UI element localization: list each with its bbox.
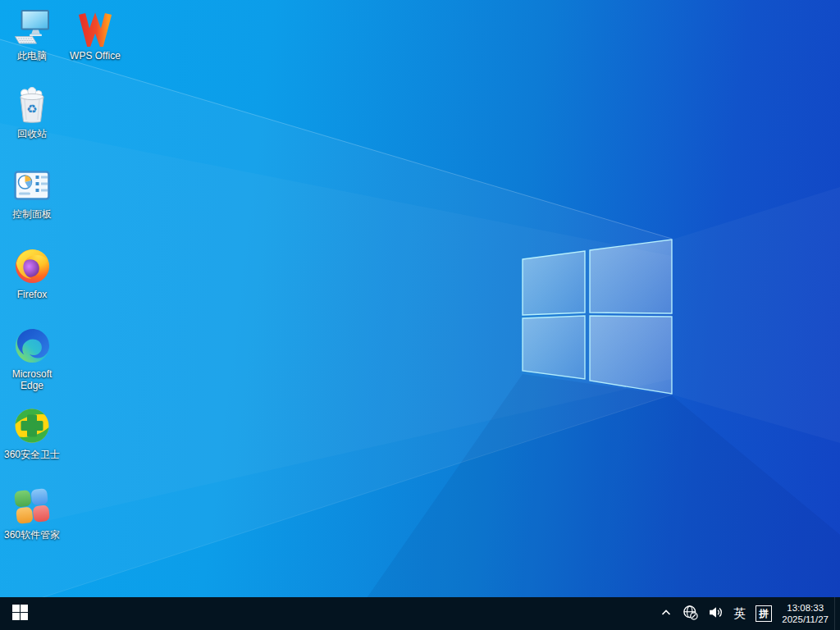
network-tray-button[interactable]	[678, 597, 702, 630]
clock-button[interactable]: 13:08:33 2025/11/27	[778, 597, 833, 630]
desktop-icon-label: 回收站	[17, 128, 47, 139]
desktop-icon-control-panel[interactable]: 控制面板	[1, 165, 63, 220]
360-software-manager-icon	[11, 486, 52, 527]
desktop-icon-label: 360软件管家	[4, 529, 60, 541]
clock-time: 13:08:33	[787, 602, 824, 614]
volume-tray-button[interactable]	[704, 597, 728, 630]
ime-language-button[interactable]: 英	[729, 597, 750, 630]
360-safety-guard-icon	[11, 405, 52, 446]
desktop-icon-label: 控制面板	[12, 208, 52, 220]
chevron-up-icon	[660, 606, 673, 622]
svg-text:♻: ♻	[26, 102, 37, 116]
desktop-icon-microsoft-edge[interactable]: Microsoft Edge	[1, 325, 63, 391]
desktop: 此电脑 WPS Office ♻ 回收站	[0, 0, 840, 630]
recycle-bin-icon: ♻	[11, 84, 52, 126]
clock-date: 2025/11/27	[782, 614, 829, 625]
taskbar: 英 拼 13:08:33 2025/11/27	[0, 597, 840, 630]
ime-language-label: 英	[733, 597, 746, 630]
this-pc-icon	[11, 7, 52, 48]
desktop-icon-360-software-manager[interactable]: 360软件管家	[1, 486, 63, 541]
desktop-icon-label: WPS Office	[70, 50, 121, 62]
desktop-icon-firefox[interactable]: Firefox	[1, 245, 63, 300]
speaker-icon	[708, 605, 724, 623]
start-button[interactable]	[0, 597, 39, 630]
desktop-icon-label: 360安全卫士	[4, 449, 60, 460]
show-desktop-button[interactable]	[834, 597, 838, 630]
desktop-icon-label: Firefox	[17, 289, 48, 300]
hidden-icons-button[interactable]	[655, 597, 677, 630]
desktop-icon-label: 此电脑	[17, 50, 47, 62]
desktop-icon-360-safety-guard[interactable]: 360安全卫士	[1, 405, 63, 460]
network-globe-no-internet-icon	[682, 605, 698, 623]
desktop-icon-label: Microsoft Edge	[2, 368, 63, 391]
wps-office-icon	[75, 7, 116, 48]
wallpaper-windows-logo	[0, 0, 840, 630]
system-tray: 英 拼 13:08:33 2025/11/27	[655, 597, 840, 630]
control-panel-icon	[11, 165, 52, 206]
ime-pinyin-badge-icon: 拼	[756, 605, 772, 622]
desktop-icon-recycle-bin[interactable]: ♻ 回收站	[1, 84, 63, 139]
desktop-icon-wps-office[interactable]: WPS Office	[64, 7, 126, 62]
firefox-icon	[11, 245, 52, 286]
taskbar-empty-area	[39, 597, 655, 630]
windows-logo-icon	[12, 605, 28, 623]
desktop-icon-this-pc[interactable]: 此电脑	[1, 7, 63, 62]
ime-mode-button[interactable]: 拼	[751, 597, 776, 630]
microsoft-edge-icon	[11, 325, 52, 366]
